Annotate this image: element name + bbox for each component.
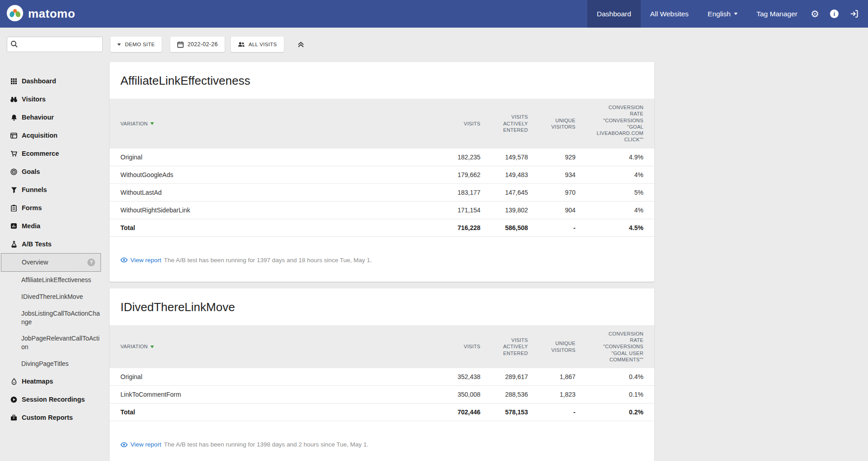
sidebar-subitem-overview[interactable]: Overview: [1, 253, 101, 272]
cell-unique: -: [528, 408, 575, 416]
cell-variation: Original: [120, 373, 426, 380]
column-header-unique-visitors[interactable]: UNIQUE VISITORS: [528, 117, 575, 130]
cell-variation: WithoutGoogleAds: [120, 171, 426, 178]
view-report-link[interactable]: View report: [120, 441, 161, 448]
users-icon: [238, 41, 249, 48]
navbar-icons: ⚙ i: [807, 9, 868, 19]
sidebar-item-label: Ecommerce: [22, 150, 59, 157]
nav-all-websites[interactable]: All Websites: [641, 0, 698, 28]
nav-all-websites-label: All Websites: [650, 10, 689, 18]
controls-row: DEMO SITE 2022-02-26 ALL VISITS: [0, 28, 868, 61]
sort-arrow-icon: [150, 346, 154, 348]
cell-visits-entered: 147,645: [480, 189, 528, 196]
table-row[interactable]: WithoutLastAd 183,177 147,645 970 5%: [110, 184, 654, 202]
running-duration-text: The A/B test has been running for 1397 d…: [164, 257, 372, 264]
column-header-visits[interactable]: VISITS: [426, 120, 480, 127]
table-total-row: Total 702,446 578,153 - 0.2%: [110, 403, 654, 421]
sidebar-subitem-affiliatelinkeffectiveness[interactable]: AffiliateLinkEffectiveness: [0, 272, 101, 288]
table-row[interactable]: WithoutRightSidebarLink 171,154 139,802 …: [110, 202, 654, 219]
date-label: 2022-02-26: [187, 41, 218, 48]
sidebar-item-ecommerce[interactable]: Ecommerce: [0, 144, 110, 163]
ab-test-card-affiliatelinkeffectiveness: AffiliateLinkEffectiveness VARIATION VIS…: [110, 62, 654, 282]
sidebar-item-funnels[interactable]: Funnels: [0, 181, 110, 199]
sidebar-subitem-divingpagetitles[interactable]: DivingPageTitles: [0, 355, 101, 372]
sidebar-item-behaviour[interactable]: Behaviour: [0, 108, 110, 126]
sidebar-item-session-recordings[interactable]: Session Recordings: [0, 390, 110, 408]
segment-selector-button[interactable]: ALL VISITS: [231, 37, 284, 52]
sidebar-item-label: Forms: [22, 204, 42, 211]
search-input[interactable]: [7, 37, 103, 52]
sidebar-item-dashboard[interactable]: Dashboard: [0, 72, 110, 90]
help-icon[interactable]: [87, 259, 95, 266]
settings-gear-icon[interactable]: ⚙: [810, 9, 819, 19]
bell-icon: [10, 114, 18, 121]
nav-dashboard[interactable]: Dashboard: [587, 0, 641, 28]
sidebar-item-media[interactable]: Media: [0, 217, 110, 235]
logout-icon[interactable]: [849, 9, 859, 19]
chevron-down-icon: [734, 13, 738, 15]
table-row[interactable]: Original 182,235 149,578 929 4.9%: [110, 149, 654, 166]
sidebar-subitem-idivedtherelinkmove[interactable]: IDivedThereLinkMove: [0, 288, 101, 305]
sidebar-item-goals[interactable]: Goals: [0, 163, 110, 181]
column-header-conversion-rate[interactable]: CONVERSION RATE "CONVERSIONS "GOAL LIVEA…: [575, 104, 643, 143]
search-box: [7, 37, 103, 52]
target-icon: [10, 168, 18, 175]
search-icon: [10, 40, 18, 50]
cell-visits: 716,228: [426, 224, 480, 231]
sidebar-item-label: Acquisition: [22, 132, 58, 139]
cell-visits: 183,177: [426, 189, 480, 196]
nav-language-selector[interactable]: English: [698, 0, 747, 28]
card-title: AffiliateLinkEffectiveness: [110, 62, 654, 99]
sidebar-item-ab-tests[interactable]: A/B Tests: [0, 235, 110, 253]
ab-test-card-idivedtherelinkmove: IDivedThereLinkMove VARIATION VISITS VIS…: [110, 288, 654, 461]
column-header-visits-actively-entered[interactable]: VISITS ACTIVELY ENTERED: [480, 337, 528, 356]
table-row[interactable]: Original 352,438 289,617 1,867 0.4%: [110, 368, 654, 386]
sidebar-item-acquisition[interactable]: Acquisition: [0, 126, 110, 144]
cell-visits: 179,662: [426, 171, 480, 178]
play-circle-icon: [10, 396, 18, 403]
sidebar-item-label: Goals: [22, 168, 40, 175]
collapse-selectors-icon[interactable]: [297, 41, 304, 48]
navbar-right: Dashboard All Websites English Tag Manag…: [587, 0, 868, 28]
cell-unique: 934: [528, 171, 575, 178]
card-footer: View report The A/B test has been runnin…: [110, 421, 654, 461]
view-report-label: View report: [130, 257, 161, 264]
cell-visits: 182,235: [426, 154, 480, 161]
grid-icon: [10, 78, 18, 85]
eye-icon: [120, 442, 130, 447]
info-icon[interactable]: i: [830, 10, 839, 18]
cell-visits-entered: 139,802: [480, 206, 528, 214]
cell-conversion: 4.5%: [575, 224, 643, 231]
cell-unique: 970: [528, 189, 575, 196]
sidebar-item-forms[interactable]: Forms: [0, 199, 110, 217]
cell-visits-entered: 149,483: [480, 171, 528, 178]
sidebar-item-heatmaps[interactable]: Heatmaps: [0, 372, 110, 390]
sidebar-item-custom-reports[interactable]: Custom Reports: [0, 408, 110, 427]
nav-dashboard-label: Dashboard: [597, 10, 631, 18]
cell-unique: -: [528, 224, 575, 231]
sidebar-subitem-jobslistingcalltoactionchange[interactable]: JobsListingCallToActionChange: [0, 305, 101, 331]
column-header-variation[interactable]: VARIATION: [120, 343, 426, 350]
column-header-visits-actively-entered[interactable]: VISITS ACTIVELY ENTERED: [480, 114, 528, 133]
matomo-logo[interactable]: matomo: [0, 5, 75, 24]
cell-unique: 929: [528, 154, 575, 161]
cell-variation: Original: [120, 154, 426, 161]
column-header-unique-visitors[interactable]: UNIQUE VISITORS: [528, 340, 575, 353]
site-selector-button[interactable]: DEMO SITE: [110, 37, 162, 52]
view-report-link[interactable]: View report: [120, 257, 161, 264]
table-row[interactable]: WithoutGoogleAds 179,662 149,483 934 4%: [110, 166, 654, 184]
column-header-label: VARIATION: [120, 120, 148, 127]
date-selector-button[interactable]: 2022-02-26: [170, 37, 225, 52]
nav-tag-manager[interactable]: Tag Manager: [747, 0, 807, 28]
cell-variation: Total: [120, 408, 426, 416]
column-header-conversion-rate[interactable]: CONVERSION RATE "CONVERSIONS "GOAL USER …: [575, 331, 643, 363]
column-header-variation[interactable]: VARIATION: [120, 120, 426, 127]
clipboard-icon: [10, 205, 18, 211]
column-header-visits[interactable]: VISITS: [426, 343, 480, 350]
main-row: Dashboard Visitors Behavi: [0, 61, 868, 461]
sidebar-subitem-jobpagerelevantcalltoaction[interactable]: JobPageRelevantCallToAction: [0, 330, 101, 355]
funnel-icon: [10, 187, 18, 193]
briefcase-icon: [10, 414, 18, 421]
table-row[interactable]: LinkToCommentForm 350,008 288,536 1,823 …: [110, 386, 654, 403]
sidebar-item-visitors[interactable]: Visitors: [0, 90, 110, 108]
